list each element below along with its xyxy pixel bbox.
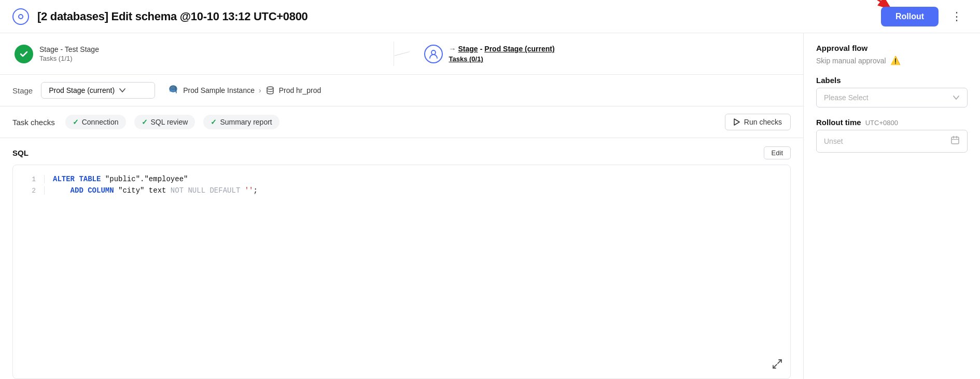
code-line-2: 2 ADD COLUMN "city" text NOT NULL DEFAUL… [13,185,790,196]
keyword-alter-table: ALTER TABLE [53,175,105,183]
check-icon-summary-report: ✓ [211,118,217,126]
svg-point-1 [431,50,436,55]
stage1-info: Stage - Test Stage Tasks (1/1) [39,45,99,62]
check-badge-summary-report: ✓ Summary report [203,115,279,129]
labels-select[interactable]: Please Select [816,88,968,107]
svg-line-8 [778,360,781,363]
unset-placeholder: Unset [824,137,843,145]
sql-header: SQL Edit [12,146,791,159]
line-num-1: 1 [21,175,36,183]
rollout-time-section: Rollout time UTC+0800 Unset [816,118,968,153]
check-badge-sql-review: ✓ SQL review [134,115,195,129]
calendar-svg-icon [950,136,960,145]
svg-point-6 [267,87,273,89]
task-checks-row: Task checks ✓ Connection ✓ SQL review ✓ … [0,106,803,138]
page-title: [2 databases] Edit schema @10-10 13:12 U… [37,10,873,23]
stage1-tasks: Tasks (1/1) [39,55,99,62]
labels-title: Labels [816,76,968,85]
checkmark-icon [19,49,29,59]
keyword-not-null: NOT NULL DEFAULT [171,186,245,195]
stage2-info: → Stage - Prod Stage (current) Tasks (0/… [449,45,555,63]
chevron-down-icon [119,87,126,94]
skip-approval-row: Skip manual approval ⚠️ [816,56,968,65]
stage-1: Stage - Test Stage Tasks (1/1) [0,33,394,74]
unset-input[interactable]: Unset [816,130,968,153]
svg-rect-10 [951,137,959,144]
task-checks-label: Task checks [12,118,55,127]
db-instance-name: Prod Sample Instance [183,86,255,94]
right-sidebar: Approval flow Skip manual approval ⚠️ La… [804,33,980,379]
svg-line-9 [773,364,777,368]
user-icon [428,49,439,59]
stage-selector-label: Stage [12,86,33,95]
labels-placeholder: Please Select [824,93,869,102]
check-label-summary-report: Summary report [220,118,272,126]
svg-marker-7 [734,119,739,125]
more-options-button[interactable]: ⋮ [947,8,968,25]
left-content: Stage - Test Stage Tasks (1/1) → S [0,33,804,379]
labels-chevron-down-icon [953,94,960,101]
run-checks-label: Run checks [744,118,782,126]
stage2-stage-link[interactable]: Stage [458,45,478,53]
check-label-sql-review: SQL review [151,118,188,126]
db-path-chevron: › [259,86,261,94]
stage2-arrow: → [449,45,456,53]
stage2-name-link[interactable]: Prod Stage (current) [484,45,554,53]
pipeline-divider [394,51,409,56]
database-icon [265,86,275,95]
warning-icon: ⚠️ [890,56,901,65]
code-empty-string: '' [245,186,254,195]
stage1-name: Stage - Test Stage [39,45,99,53]
line-separator-1 [44,175,45,183]
rollout-time-title: Rollout time [816,118,861,127]
arrow-annotation: Rollout [881,7,939,26]
line-num-2: 2 [21,187,36,195]
stage-dropdown[interactable]: Prod Stage (current) [41,82,155,99]
stage-selector-row: Stage Prod Stage (current) Prod Sample I… [0,75,803,106]
code-semicolon: ; [254,186,258,195]
sql-section: SQL Edit 1 ALTER TABLE "public"."employe… [0,138,803,379]
run-checks-button[interactable]: Run checks [725,114,791,130]
calendar-icon [950,136,960,147]
rollout-button[interactable]: Rollout [881,7,939,26]
header-circle-icon [12,8,29,25]
pipeline-bar: Stage - Test Stage Tasks (1/1) → S [0,33,803,75]
play-icon [734,118,740,126]
skip-approval-label: Skip manual approval [816,57,886,65]
code-public: "public"."employee" [105,175,188,183]
db-name: Prod hr_prod [279,86,321,94]
check-icon-connection: ✓ [73,118,79,126]
expand-icon[interactable] [772,358,783,372]
labels-section: Labels Please Select [816,76,968,107]
stage2-user-icon [424,45,443,63]
stage2-tasks[interactable]: Tasks (0/1) [449,55,555,63]
code-city: "city" [118,186,149,195]
sql-title: SQL [12,148,29,157]
line-separator-2 [44,186,45,195]
header-icon-inner [18,14,23,19]
code-block: 1 ALTER TABLE "public"."employee" 2 ADD … [12,165,791,379]
postgres-icon [167,85,179,96]
code-line-1: 1 ALTER TABLE "public"."employee" [13,173,790,185]
rollout-time-tz: UTC+0800 [865,119,898,127]
expand-arrows-icon [772,358,783,370]
stage2-separator: - [480,45,483,53]
approval-flow-title: Approval flow [816,44,968,52]
stage-dropdown-value: Prod Stage (current) [49,86,115,94]
main-layout: Stage - Test Stage Tasks (1/1) → S [0,33,980,379]
keyword-add-column: ADD COLUMN [71,186,118,195]
rollout-time-header: Rollout time UTC+0800 [816,118,968,130]
db-path: Prod Sample Instance › Prod hr_prod [167,85,321,96]
stage-2: → Stage - Prod Stage (current) Tasks (0/… [410,33,804,74]
edit-button[interactable]: Edit [764,146,791,159]
check-badge-connection: ✓ Connection [65,115,126,129]
top-header: [2 databases] Edit schema @10-10 13:12 U… [0,0,980,33]
code-text-2: ADD COLUMN "city" text NOT NULL DEFAULT … [53,186,258,195]
stage1-check-icon [15,45,33,63]
approval-flow-section: Approval flow Skip manual approval ⚠️ [816,44,968,65]
code-text-1: ALTER TABLE "public"."employee" [53,175,188,183]
check-label-connection: Connection [82,118,119,126]
check-icon-sql-review: ✓ [142,118,148,126]
code-text-type: text [149,186,171,195]
